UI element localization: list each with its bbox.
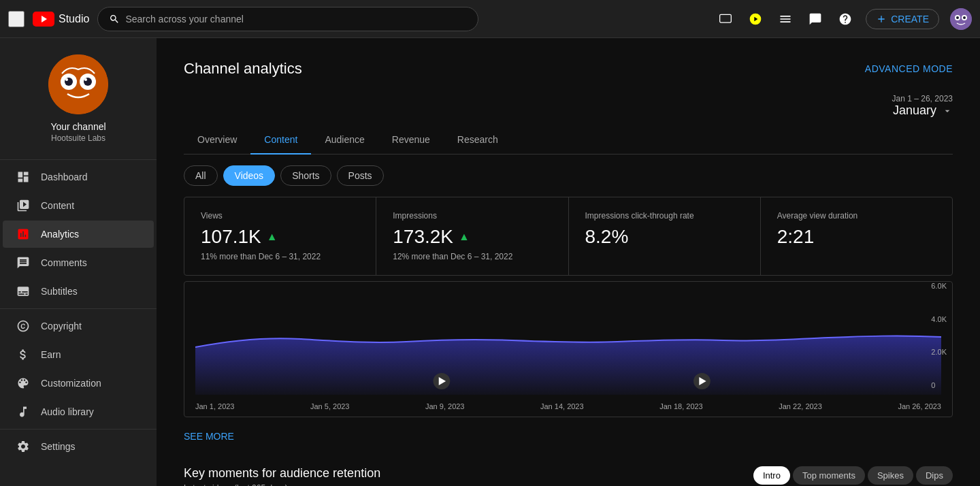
top-navigation: Studio CREATE bbox=[0, 0, 980, 38]
key-moments-section: Key moments for audience retention Lates… bbox=[184, 466, 953, 486]
filter-row: All Videos Shorts Posts bbox=[184, 165, 953, 186]
youtube-play-icon bbox=[749, 12, 762, 26]
impressions-up-icon: ▲ bbox=[459, 231, 470, 243]
chevron-down-icon bbox=[942, 106, 953, 116]
sidebar-item-earn[interactable]: Earn bbox=[3, 341, 154, 368]
sidebar-item-analytics-label: Analytics bbox=[41, 229, 79, 240]
chart-svg bbox=[195, 293, 941, 395]
main-layout: Your channel Hootsuite Labs Dashboard Co… bbox=[0, 38, 980, 486]
main-tabs: Overview Content Audience Revenue Resear… bbox=[184, 126, 953, 155]
chart-container: 6.0K 4.0K 2.0K 0 bbox=[184, 281, 953, 417]
stat-card-ctr: Impressions click-through rate 8.2% bbox=[569, 197, 761, 275]
advanced-mode-button[interactable]: ADVANCED MODE bbox=[865, 63, 953, 74]
svg-rect-2 bbox=[720, 14, 732, 22]
stat-label-views: Views bbox=[201, 211, 359, 221]
youtube-icon-button[interactable] bbox=[746, 10, 765, 29]
avatar[interactable] bbox=[950, 8, 972, 30]
stat-sub-impressions: 12% more than Dec 6 – 31, 2022 bbox=[393, 252, 551, 261]
tab-revenue[interactable]: Revenue bbox=[378, 126, 444, 155]
x-label-jan5: Jan 5, 2023 bbox=[310, 402, 350, 410]
filter-posts[interactable]: Posts bbox=[337, 165, 384, 186]
sidebar-divider-mid bbox=[0, 308, 157, 309]
tab-overview[interactable]: Overview bbox=[184, 126, 250, 155]
sidebar-item-content[interactable]: Content bbox=[3, 192, 154, 219]
menu-dots-button[interactable] bbox=[776, 10, 795, 29]
search-bar[interactable] bbox=[97, 7, 478, 31]
sidebar-item-copyright[interactable]: Copyright bbox=[3, 312, 154, 340]
sidebar-divider-bottom bbox=[0, 429, 157, 430]
sidebar-item-content-label: Content bbox=[41, 200, 74, 211]
tab-content[interactable]: Content bbox=[250, 126, 311, 155]
channel-avatar-icon bbox=[48, 54, 108, 114]
stat-value-views: 107.1K ▲ bbox=[201, 226, 359, 248]
stat-label-ctr: Impressions click-through rate bbox=[585, 211, 744, 221]
filter-videos[interactable]: Videos bbox=[223, 165, 276, 186]
content-icon bbox=[16, 199, 30, 212]
logo[interactable]: Studio bbox=[33, 12, 89, 27]
tab-audience[interactable]: Audience bbox=[311, 126, 378, 155]
messages-button[interactable] bbox=[806, 10, 825, 29]
filter-shorts[interactable]: Shorts bbox=[280, 165, 331, 186]
subtitles-icon bbox=[16, 285, 30, 298]
create-button[interactable]: CREATE bbox=[866, 9, 939, 29]
y-label-0: 0 bbox=[931, 381, 947, 389]
hamburger-button[interactable] bbox=[8, 11, 24, 27]
youtube-logo-icon bbox=[33, 12, 54, 27]
x-label-jan14: Jan 14, 2023 bbox=[540, 402, 584, 410]
x-label-jan22: Jan 22, 2023 bbox=[779, 402, 822, 410]
channel-avatar[interactable] bbox=[48, 54, 108, 114]
x-label-jan1: Jan 1, 2023 bbox=[195, 402, 235, 410]
y-label-4k: 4.0K bbox=[931, 315, 947, 323]
key-moments-info: Key moments for audience retention Lates… bbox=[184, 466, 380, 486]
see-more-button[interactable]: SEE MORE bbox=[184, 423, 234, 450]
studio-icon-button[interactable] bbox=[716, 10, 735, 29]
x-label-jan26: Jan 26, 2023 bbox=[898, 402, 941, 410]
stat-sub-views: 11% more than Dec 6 – 31, 2022 bbox=[201, 252, 359, 261]
stats-row: Views 107.1K ▲ 11% more than Dec 6 – 31,… bbox=[184, 197, 953, 276]
moments-tab-intro[interactable]: Intro bbox=[753, 466, 790, 485]
sidebar-item-analytics[interactable]: Analytics bbox=[3, 221, 154, 248]
svg-point-9 bbox=[963, 16, 966, 19]
sidebar-item-dashboard[interactable]: Dashboard bbox=[3, 163, 154, 191]
stat-label-duration: Average view duration bbox=[777, 211, 936, 221]
stat-card-impressions: Impressions 173.2K ▲ 12% more than Dec 6… bbox=[376, 197, 568, 275]
filter-all[interactable]: All bbox=[184, 165, 218, 186]
help-icon bbox=[838, 12, 852, 26]
y-label-2k: 2.0K bbox=[931, 348, 947, 356]
channel-info: Your channel Hootsuite Labs bbox=[0, 44, 157, 157]
stat-card-duration: Average view duration 2:21 bbox=[761, 197, 952, 275]
sidebar-item-dashboard-label: Dashboard bbox=[41, 172, 88, 182]
earn-icon bbox=[16, 348, 30, 361]
channel-name-label: Your channel bbox=[50, 121, 105, 132]
play-marker-2 bbox=[693, 373, 710, 389]
sidebar-item-customization-label: Customization bbox=[41, 378, 101, 389]
audio-library-icon bbox=[16, 405, 30, 419]
sidebar-item-customization[interactable]: Customization bbox=[3, 370, 154, 397]
x-label-jan18: Jan 18, 2023 bbox=[659, 402, 703, 410]
tab-research[interactable]: Research bbox=[444, 126, 512, 155]
page-header: Channel analytics ADVANCED MODE bbox=[184, 60, 953, 78]
chart-y-labels: 6.0K 4.0K 2.0K 0 bbox=[931, 282, 947, 389]
sidebar-item-settings[interactable]: Settings bbox=[3, 433, 154, 460]
sidebar-item-comments[interactable]: Comments bbox=[3, 249, 154, 276]
stat-value-ctr: 8.2% bbox=[585, 226, 744, 248]
key-moments-title: Key moments for audience retention bbox=[184, 466, 380, 481]
moments-tab-spikes[interactable]: Spikes bbox=[868, 466, 913, 485]
sidebar-item-subtitles[interactable]: Subtitles bbox=[3, 278, 154, 305]
moments-tab-top-moments[interactable]: Top moments bbox=[793, 466, 865, 485]
date-selector[interactable]: January bbox=[184, 103, 953, 118]
analytics-icon bbox=[16, 227, 30, 241]
svg-point-15 bbox=[65, 78, 68, 81]
comments-icon bbox=[16, 256, 30, 270]
create-label: CREATE bbox=[891, 14, 929, 25]
search-input[interactable] bbox=[125, 14, 467, 25]
help-button[interactable] bbox=[836, 10, 855, 29]
moments-tab-dips[interactable]: Dips bbox=[916, 466, 953, 485]
create-plus-icon bbox=[876, 14, 887, 25]
sidebar-item-copyright-label: Copyright bbox=[41, 321, 82, 331]
sidebar-item-comments-label: Comments bbox=[41, 257, 87, 268]
stat-value-duration: 2:21 bbox=[777, 226, 936, 248]
sidebar-item-audio-library-label: Audio library bbox=[41, 406, 94, 417]
sidebar-item-audio-library[interactable]: Audio library bbox=[3, 398, 154, 425]
y-label-6k: 6.0K bbox=[931, 282, 947, 290]
